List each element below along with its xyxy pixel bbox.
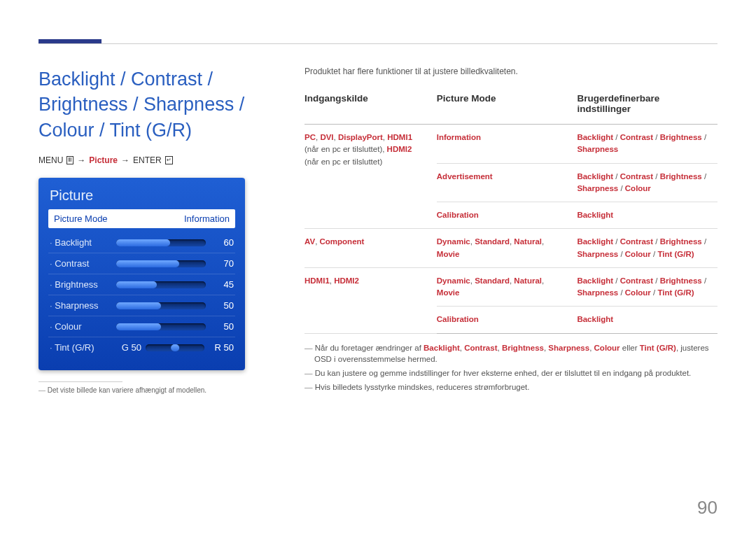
intro-text: Produktet har flere funktioner til at ju… xyxy=(304,66,718,76)
osd-row-colour[interactable]: Colour 50 xyxy=(48,316,235,337)
menu-label: MENU xyxy=(38,155,63,165)
settings-table: Indgangskilde Picture Mode Brugerdefiner… xyxy=(304,89,718,334)
osd-label: Backlight xyxy=(50,237,116,248)
menu-picture: Picture xyxy=(89,155,118,165)
slider[interactable] xyxy=(116,302,206,309)
note-2: Du kan justere og gemme indstillinger fo… xyxy=(304,367,718,379)
osd-value: 50 xyxy=(213,300,234,311)
osd-selected-label: Picture Mode xyxy=(54,213,108,224)
header-rule xyxy=(38,43,718,44)
osd-title: Picture xyxy=(48,185,235,209)
th-source: Indgangskilde xyxy=(304,89,437,125)
osd-label: Sharpness xyxy=(50,300,116,311)
slider[interactable] xyxy=(116,323,206,330)
page-title: Backlight / Contrast / Brightness / Shar… xyxy=(38,66,276,143)
slider[interactable] xyxy=(116,281,206,288)
osd-row-backlight[interactable]: Backlight 60 xyxy=(48,232,235,253)
page-number: 90 xyxy=(697,497,718,519)
note-3: Hvis billedets lysstyrke mindskes, reduc… xyxy=(304,381,718,393)
th-mode: Picture Mode xyxy=(437,89,578,125)
enter-icon: ↵ xyxy=(165,156,173,164)
menu-path: MENU Ⅲ → Picture → ENTER ↵ xyxy=(38,155,276,165)
osd-label: Tint (G/R) xyxy=(50,342,116,353)
osd-row-tint[interactable]: Tint (G/R) G 50 R 50 xyxy=(48,337,235,358)
notes: Når du foretager ændringer af Backlight,… xyxy=(304,342,718,393)
osd-selected-value: Information xyxy=(184,213,230,224)
slider[interactable] xyxy=(146,344,204,351)
menu-icon: Ⅲ xyxy=(66,156,74,164)
osd-label: Brightness xyxy=(50,279,116,290)
tint-left: G 50 xyxy=(116,342,141,353)
slider[interactable] xyxy=(116,260,206,267)
osd-label: Colour xyxy=(50,321,116,332)
osd-value: 70 xyxy=(213,258,234,269)
osd-row-sharpness[interactable]: Sharpness 50 xyxy=(48,295,235,316)
note-1: Når du foretager ændringer af Backlight,… xyxy=(304,342,718,365)
th-settings: Brugerdefinerbare indstillinger xyxy=(577,89,718,125)
osd-row-brightness[interactable]: Brightness 45 xyxy=(48,274,235,295)
osd-panel: Picture Picture Mode Information Backlig… xyxy=(38,178,245,370)
tint-right: R 50 xyxy=(209,342,234,353)
arrow-icon: → xyxy=(77,155,85,165)
osd-value: 60 xyxy=(213,237,234,248)
footnote-rule xyxy=(38,381,122,382)
arrow-icon: → xyxy=(121,155,130,165)
osd-value: 50 xyxy=(213,321,234,332)
osd-row-contrast[interactable]: Contrast 70 xyxy=(48,253,235,274)
slider[interactable] xyxy=(116,239,206,246)
left-footnote: Det viste billede kan variere afhængigt … xyxy=(38,386,276,394)
enter-label: ENTER xyxy=(133,155,162,165)
osd-label: Contrast xyxy=(50,258,116,269)
osd-value: 45 xyxy=(213,279,234,290)
osd-selected-row[interactable]: Picture Mode Information xyxy=(48,209,235,228)
